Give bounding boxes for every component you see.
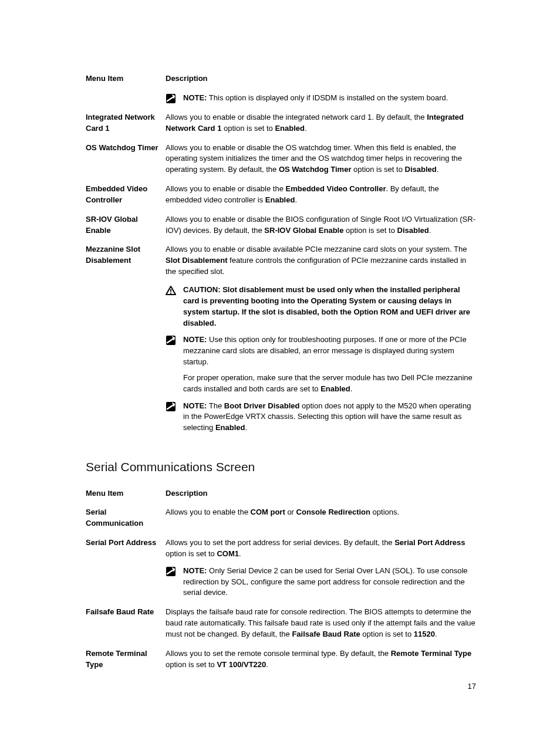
menu-item-label: OS Watchdog Timer xyxy=(86,143,166,184)
column-header-description: Description xyxy=(166,488,476,508)
caution-icon xyxy=(166,285,176,296)
note-idsdm: NOTE: This option is displayed only if I… xyxy=(166,93,476,104)
menu-item-label: Failsafe Baud Rate xyxy=(86,607,166,648)
note-text: NOTE: Use this option only for troublesh… xyxy=(183,334,476,394)
table-row: Integrated Network Card 1 Allows you to … xyxy=(86,112,476,143)
table-serial-communications: Menu Item Description Serial Communicati… xyxy=(86,488,476,679)
menu-item-description: Allows you to set the port address for s… xyxy=(166,537,476,607)
menu-item-description: Allows you to enable or disable the OS w… xyxy=(166,143,476,184)
note-icon xyxy=(166,401,176,412)
table-row: Serial Communication Allows you to enabl… xyxy=(86,507,476,537)
menu-item-label: Serial Communication xyxy=(86,507,166,537)
table-row: Mezzanine Slot Disablement Allows you to… xyxy=(86,244,476,442)
column-header-description: Description xyxy=(166,73,476,93)
section-heading-serial-comm: Serial Communications Screen xyxy=(86,458,476,476)
note-text: NOTE: The Boot Driver Disabled option do… xyxy=(183,401,476,434)
note-text: NOTE: Only Serial Device 2 can be used f… xyxy=(183,566,476,599)
menu-item-description: Allows you to enable the COM port or Con… xyxy=(166,507,476,537)
column-header-menu-item: Menu Item xyxy=(86,488,166,508)
menu-item-description: Allows you to enable or disable the BIOS… xyxy=(166,214,476,245)
note-text: NOTE: This option is displayed only if I… xyxy=(183,93,476,104)
menu-item-label: SR-IOV Global Enable xyxy=(86,214,166,245)
table-integrated-devices: Menu Item Description NOTE: This option … xyxy=(86,73,476,442)
page-number: 17 xyxy=(468,681,476,692)
table-row: Embedded Video Controller Allows you to … xyxy=(86,184,476,214)
caution-slot-disablement: CAUTION: Slot disablement must be used o… xyxy=(166,285,476,329)
table-row: Remote Terminal Type Allows you to set t… xyxy=(86,648,476,679)
menu-item-label: Mezzanine Slot Disablement xyxy=(86,244,166,442)
note-icon xyxy=(166,93,176,104)
table-row: OS Watchdog Timer Allows you to enable o… xyxy=(86,143,476,184)
menu-item-label: Embedded Video Controller xyxy=(86,184,166,214)
table-row: SR-IOV Global Enable Allows you to enabl… xyxy=(86,214,476,245)
note-icon xyxy=(166,335,176,346)
menu-item-label: Remote Terminal Type xyxy=(86,648,166,679)
note-sol: NOTE: Only Serial Device 2 can be used f… xyxy=(166,566,476,599)
column-header-menu-item: Menu Item xyxy=(86,73,166,93)
menu-item-description: Allows you to set the remote console ter… xyxy=(166,648,476,679)
note-boot-driver: NOTE: The Boot Driver Disabled option do… xyxy=(166,401,476,434)
menu-item-description: Allows you to enable or disable the inte… xyxy=(166,112,476,143)
menu-item-description: Allows you to enable or disable availabl… xyxy=(166,244,476,442)
note-troubleshooting: NOTE: Use this option only for troublesh… xyxy=(166,334,476,394)
note-icon xyxy=(166,566,176,577)
menu-item-description: Displays the failsafe baud rate for cons… xyxy=(166,607,476,648)
menu-item-description: Allows you to enable or disable the Embe… xyxy=(166,184,476,214)
menu-item-label: Integrated Network Card 1 xyxy=(86,112,166,143)
menu-item-label: Serial Port Address xyxy=(86,537,166,607)
caution-text: CAUTION: Slot disablement must be used o… xyxy=(183,285,476,329)
table-row: Serial Port Address Allows you to set th… xyxy=(86,537,476,607)
table-row: Failsafe Baud Rate Displays the failsafe… xyxy=(86,607,476,648)
